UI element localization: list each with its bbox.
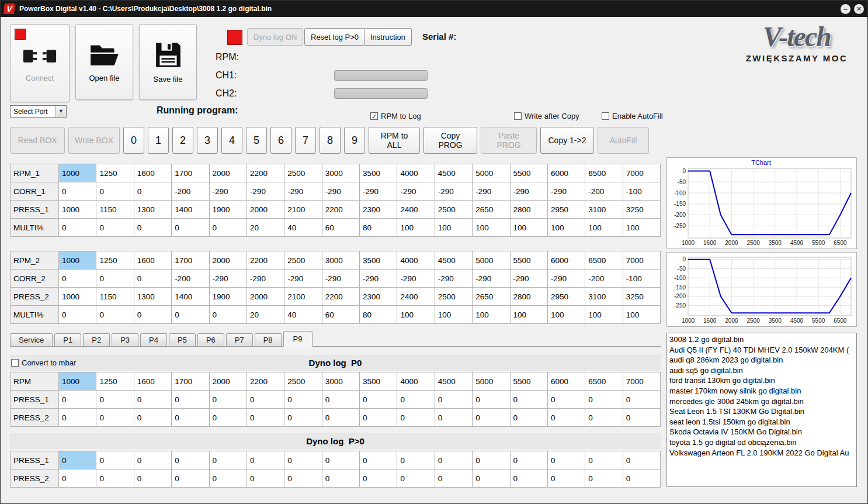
cell-MULTI%-10[interactable]: 100 [435,219,472,237]
file-item-1[interactable]: Audi Q5 II (FY FL) 40 TDI MHEV 2.0 150kW… [669,345,854,355]
cell-PRESS_1-9[interactable]: 0 [397,391,435,409]
cell-CORR_1-6[interactable]: -290 [284,182,322,201]
cell-CORR_2-1[interactable]: 0 [96,270,134,288]
tab-p8[interactable]: P8 [255,333,282,346]
cell-MULTI%-15[interactable]: 100 [623,306,660,324]
digit-button-9[interactable]: 9 [344,127,365,154]
cell-PRESS_2-15[interactable]: 0 [623,470,660,488]
cell-PRESS_2-15[interactable]: 3250 [623,288,660,306]
cell-RPM-11[interactable]: 5000 [473,372,510,391]
cell-MULTI%-8[interactable]: 80 [360,306,397,324]
cell-PRESS_2-8[interactable]: 0 [360,470,397,488]
cell-RPM_2-13[interactable]: 6000 [547,251,585,270]
write-after-copy-checkbox[interactable]: Write after Copy [514,112,579,120]
cell-MULTI%-7[interactable]: 60 [322,219,359,237]
cell-RPM-5[interactable]: 2200 [246,372,284,391]
digit-button-2[interactable]: 2 [172,127,193,154]
cell-PRESS_1-8[interactable]: 0 [360,451,397,470]
cell-MULTI%-7[interactable]: 60 [322,306,359,324]
rpm-to-all-button[interactable]: RPM to ALL [369,127,420,154]
cell-CORR_2-4[interactable]: -290 [209,270,246,288]
cell-PRESS_1-15[interactable]: 0 [623,451,660,470]
digit-button-7[interactable]: 7 [295,127,316,154]
tab-p2[interactable]: P2 [83,333,110,346]
file-item-11[interactable]: Volkswagen Arteon FL 2.0 190KM 2022 Go D… [669,448,854,458]
cell-MULTI%-9[interactable]: 100 [397,219,435,237]
cell-PRESS_2-7[interactable]: 2200 [322,288,359,306]
cell-PRESS_1-1[interactable]: 1150 [96,201,134,219]
copy-prog-button[interactable]: Copy PROG [423,127,477,154]
cell-MULTI%-3[interactable]: 0 [172,219,209,237]
cell-CORR_1-7[interactable]: -290 [322,182,359,201]
cell-PRESS_1-8[interactable]: 0 [360,391,397,409]
cell-PRESS_2-1[interactable]: 0 [96,409,134,427]
digit-button-5[interactable]: 5 [246,127,267,154]
cell-PRESS_1-3[interactable]: 1400 [172,201,209,219]
cell-PRESS_1-10[interactable]: 2500 [435,201,472,219]
cell-PRESS_1-12[interactable]: 0 [510,451,547,470]
copy-1-2-button[interactable]: Copy 1->2 [540,127,594,154]
cell-MULTI%-3[interactable]: 0 [172,306,209,324]
dyno-log-on-button[interactable]: Dyno log ON [247,28,303,46]
cell-MULTI%-13[interactable]: 100 [547,219,585,237]
digit-button-4[interactable]: 4 [221,127,242,154]
cell-CORR_1-3[interactable]: -200 [172,182,209,201]
cell-PRESS_2-5[interactable]: 2000 [246,288,284,306]
cell-PRESS_1-11[interactable]: 0 [473,451,510,470]
cell-PRESS_2-4[interactable]: 0 [209,470,246,488]
cell-CORR_2-2[interactable]: 0 [134,270,171,288]
select-port-dropdown[interactable]: Select Port ▼ [10,105,67,118]
file-list[interactable]: 3008 1.2 go digital.binAudi Q5 II (FY FL… [666,333,857,487]
cell-PRESS_2-14[interactable]: 3100 [585,288,623,306]
cell-CORR_1-8[interactable]: -290 [360,182,397,201]
cell-PRESS_1-13[interactable]: 0 [547,391,585,409]
digit-button-8[interactable]: 8 [320,127,341,154]
tab-p6[interactable]: P6 [197,333,224,346]
cell-PRESS_1-2[interactable]: 0 [134,451,171,470]
cell-RPM_1-1[interactable]: 1250 [96,164,134,182]
file-item-0[interactable]: 3008 1.2 go digital.bin [669,334,854,345]
cell-PRESS_1-5[interactable]: 2000 [246,201,284,219]
cell-RPM_2-12[interactable]: 5500 [510,251,547,270]
cell-MULTI%-12[interactable]: 100 [510,306,547,324]
cell-CORR_1-12[interactable]: -290 [510,182,547,201]
paste-prog-button[interactable]: Paste PROG [481,127,537,154]
cell-PRESS_1-0[interactable]: 1000 [59,201,96,219]
cell-CORR_2-0[interactable]: 0 [59,270,96,288]
cell-PRESS_2-10[interactable]: 0 [435,470,472,488]
cell-MULTI%-6[interactable]: 40 [284,219,322,237]
rpm-to-log-checkbox[interactable]: ✓ RPM to Log [370,112,421,120]
cell-RPM_2-3[interactable]: 1700 [172,251,209,270]
cell-RPM_2-2[interactable]: 1600 [134,251,171,270]
tab-p3[interactable]: P3 [112,333,138,346]
cell-CORR_2-3[interactable]: -200 [172,270,209,288]
cell-RPM_2-7[interactable]: 3000 [322,251,359,270]
cell-RPM_2-5[interactable]: 2200 [246,251,284,270]
cell-PRESS_2-2[interactable]: 0 [134,470,171,488]
cell-PRESS_1-6[interactable]: 0 [284,391,322,409]
cell-CORR_2-15[interactable]: -100 [623,270,660,288]
cell-MULTI%-0[interactable]: 0 [59,306,96,324]
cell-RPM-8[interactable]: 3500 [360,372,397,391]
cell-PRESS_1-14[interactable]: 3100 [585,201,623,219]
cell-RPM_1-14[interactable]: 6500 [585,164,623,182]
cell-RPM_2-15[interactable]: 7000 [623,251,660,270]
cell-MULTI%-2[interactable]: 0 [134,219,171,237]
cell-MULTI%-5[interactable]: 20 [246,306,284,324]
cell-RPM_1-7[interactable]: 3000 [322,164,359,182]
enable-autofill-checkbox[interactable]: Enable AutoFill [602,112,663,120]
connect-button[interactable]: Connect [10,24,70,102]
cell-PRESS_1-15[interactable]: 3250 [623,201,660,219]
cell-PRESS_2-0[interactable]: 0 [59,409,96,427]
cell-CORR_1-1[interactable]: 0 [96,182,134,201]
cell-MULTI%-13[interactable]: 100 [547,306,585,324]
tab-p4[interactable]: P4 [140,333,167,346]
cell-PRESS_2-11[interactable]: 0 [473,409,510,427]
cell-RPM_2-4[interactable]: 2000 [209,251,246,270]
cell-CORR_2-5[interactable]: -290 [246,270,284,288]
cell-PRESS_1-8[interactable]: 2300 [360,201,397,219]
cell-CORR_2-7[interactable]: -290 [322,270,359,288]
cell-PRESS_1-1[interactable]: 0 [96,391,134,409]
cell-PRESS_2-9[interactable]: 0 [397,470,435,488]
cell-CORR_1-0[interactable]: 0 [59,182,96,201]
